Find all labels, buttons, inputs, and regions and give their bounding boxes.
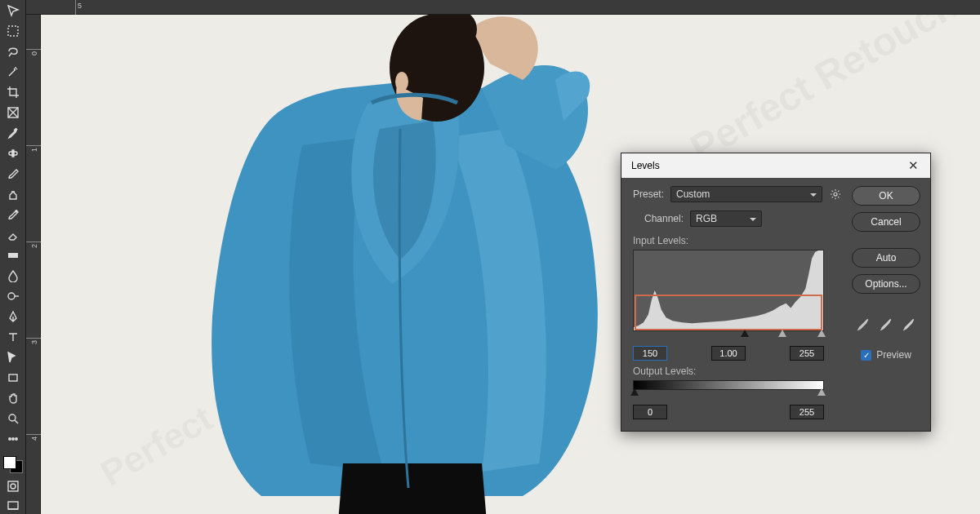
- eraser-tool-icon[interactable]: [3, 228, 23, 243]
- magic-wand-tool-icon[interactable]: [3, 64, 23, 80]
- gradient-tool-icon[interactable]: [3, 248, 23, 264]
- ruler-horizontal: 5: [26, 0, 980, 15]
- lasso-tool-icon[interactable]: [3, 44, 23, 60]
- input-slider[interactable]: [633, 330, 824, 341]
- input-black-field[interactable]: 150: [633, 346, 667, 361]
- hand-tool-icon[interactable]: [3, 390, 23, 405]
- frame-tool-icon[interactable]: [3, 105, 23, 121]
- black-eyedropper-icon[interactable]: [856, 317, 871, 331]
- ruler-h-tick: 5: [78, 2, 82, 10]
- output-white-field[interactable]: 255: [790, 405, 824, 419]
- input-mid-field[interactable]: 1.00: [711, 346, 746, 361]
- preview-label: Preview: [876, 349, 911, 361]
- output-levels-label: Output Levels:: [633, 366, 842, 377]
- foreground-swatch[interactable]: [3, 456, 16, 469]
- output-black-field[interactable]: 0: [633, 405, 667, 419]
- options-button[interactable]: Options...: [852, 274, 920, 294]
- svg-point-12: [11, 484, 16, 489]
- path-tool-icon[interactable]: [3, 349, 23, 365]
- ruler-vertical: 0 1 2 3 4: [26, 15, 41, 514]
- svg-rect-11: [8, 481, 18, 491]
- output-black-slider[interactable]: [630, 388, 639, 396]
- input-levels-label: Input Levels:: [633, 235, 842, 246]
- ruler-v-tick: 0: [30, 51, 38, 55]
- eyedropper-tool-icon[interactable]: [3, 126, 23, 141]
- svg-point-10: [15, 438, 16, 440]
- channel-label: Channel:: [644, 213, 684, 224]
- input-white-field[interactable]: 255: [790, 346, 824, 361]
- preset-select[interactable]: Custom: [670, 186, 822, 202]
- gear-icon[interactable]: [829, 188, 842, 201]
- ruler-v-tick: 1: [30, 148, 38, 152]
- output-white-slider[interactable]: [817, 388, 826, 396]
- midtone-slider[interactable]: [778, 330, 786, 337]
- svg-point-8: [8, 438, 10, 440]
- dialog-titlebar[interactable]: Levels ✕: [621, 153, 930, 178]
- tools-panel: [0, 0, 26, 514]
- ruler-v-tick: 2: [30, 244, 38, 248]
- histogram[interactable]: [633, 250, 824, 331]
- svg-point-17: [834, 193, 837, 196]
- svg-point-3: [16, 210, 17, 212]
- marquee-tool-icon[interactable]: [3, 24, 23, 39]
- black-point-slider[interactable]: [741, 330, 749, 337]
- svg-rect-4: [8, 253, 18, 258]
- pen-tool-icon[interactable]: [3, 309, 23, 325]
- type-tool-icon[interactable]: [3, 330, 23, 345]
- svg-rect-6: [9, 374, 17, 381]
- brush-tool-icon[interactable]: [3, 166, 23, 182]
- blur-tool-icon[interactable]: [3, 268, 23, 284]
- gray-eyedropper-icon[interactable]: [879, 317, 893, 331]
- clone-tool-icon[interactable]: [3, 187, 23, 202]
- output-slider[interactable]: [633, 388, 824, 400]
- history-brush-tool-icon[interactable]: [3, 207, 23, 223]
- rectangle-tool-icon[interactable]: [3, 370, 23, 385]
- watermark: Perfect Retouching: [683, 15, 980, 171]
- svg-rect-13: [8, 502, 18, 509]
- auto-button[interactable]: Auto: [852, 248, 920, 268]
- dialog-title: Levels: [631, 160, 660, 171]
- svg-rect-0: [8, 26, 18, 36]
- ok-button[interactable]: OK: [852, 186, 920, 206]
- model-image: [98, 15, 670, 514]
- dodge-tool-icon[interactable]: [3, 289, 23, 304]
- cancel-button[interactable]: Cancel: [852, 212, 920, 232]
- move-tool-icon[interactable]: [3, 3, 23, 19]
- close-icon[interactable]: ✕: [905, 158, 922, 173]
- zoom-tool-icon[interactable]: [3, 410, 23, 426]
- crop-tool-icon[interactable]: [3, 85, 23, 100]
- levels-dialog: Levels ✕ Preset: Custom Channel: RGB Inp…: [621, 153, 931, 432]
- channel-select[interactable]: RGB: [690, 210, 762, 227]
- edit-toolbar-icon[interactable]: [3, 431, 23, 446]
- quickmask-icon[interactable]: [3, 478, 23, 494]
- healing-tool-icon[interactable]: [3, 146, 23, 162]
- ruler-v-tick: 4: [30, 436, 38, 441]
- screenmode-icon[interactable]: [3, 498, 23, 514]
- color-swatches[interactable]: [3, 456, 23, 473]
- preset-value: Custom: [676, 188, 710, 200]
- white-eyedropper-icon[interactable]: [902, 317, 916, 331]
- preview-checkbox[interactable]: ✓: [861, 350, 871, 361]
- ruler-v-tick: 3: [30, 340, 38, 344]
- svg-point-16: [395, 72, 408, 91]
- white-point-slider[interactable]: [817, 330, 826, 337]
- svg-point-5: [8, 293, 15, 299]
- eyedropper-group: [856, 317, 916, 331]
- svg-point-7: [9, 414, 16, 421]
- preset-label: Preset:: [633, 188, 664, 200]
- channel-value: RGB: [696, 213, 717, 224]
- svg-point-9: [11, 438, 13, 440]
